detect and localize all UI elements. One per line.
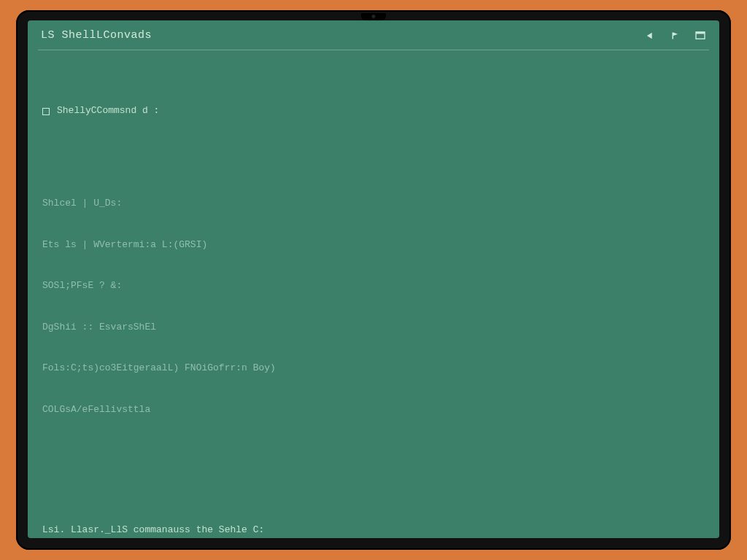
output-line: COLGsA/eFellivsttla <box>42 403 706 417</box>
window-title: LS ShellLConvads <box>41 28 152 44</box>
output-line: SOSl;PFsE ? &: <box>42 279 706 293</box>
svg-rect-1 <box>673 32 674 39</box>
output-line: Shlcel | U_Ds: <box>42 197 706 211</box>
output-line: Fols:C;ts)co3EitgeraalL) FNOiGofrr:n Boy… <box>42 362 706 376</box>
output-line: DgShii :: EsvarsShEl <box>42 321 706 335</box>
prompt-row: ShellyCCommsnd d : <box>42 104 706 118</box>
svg-rect-4 <box>696 32 705 34</box>
prompt-square-icon <box>42 108 50 115</box>
title-bar: LS ShellLConvads <box>28 20 719 48</box>
flag-icon[interactable] <box>670 31 681 41</box>
svg-marker-2 <box>673 32 678 36</box>
prompt-text: ShellyCCommsnd d : <box>57 104 159 118</box>
camera-notch <box>361 13 386 20</box>
terminal-content[interactable]: ShellyCCommsnd d : Shlcel | U_Ds: Ets ls… <box>28 50 719 538</box>
titlebar-icons <box>645 31 706 41</box>
window-icon[interactable] <box>694 31 706 41</box>
back-arrow-icon[interactable] <box>645 31 657 41</box>
svg-marker-0 <box>647 33 652 39</box>
output-line: Ets ls | WVertermi:a L:(GRSI) <box>42 238 706 252</box>
output-block-1: Shlcel | U_Ds: Ets ls | WVertermi:a L:(G… <box>42 170 706 445</box>
device-frame: LS ShellLConvads ShellyCCommsnd d : <box>16 10 731 550</box>
terminal-screen: LS ShellLConvads ShellyCCommsnd d : <box>28 20 719 538</box>
output-line: Lsi. Llasr._LlS commanauss the Sehle C: <box>42 524 706 537</box>
output-block-2: Lsi. Llasr._LlS commanauss the Sehle C: … <box>42 496 706 538</box>
